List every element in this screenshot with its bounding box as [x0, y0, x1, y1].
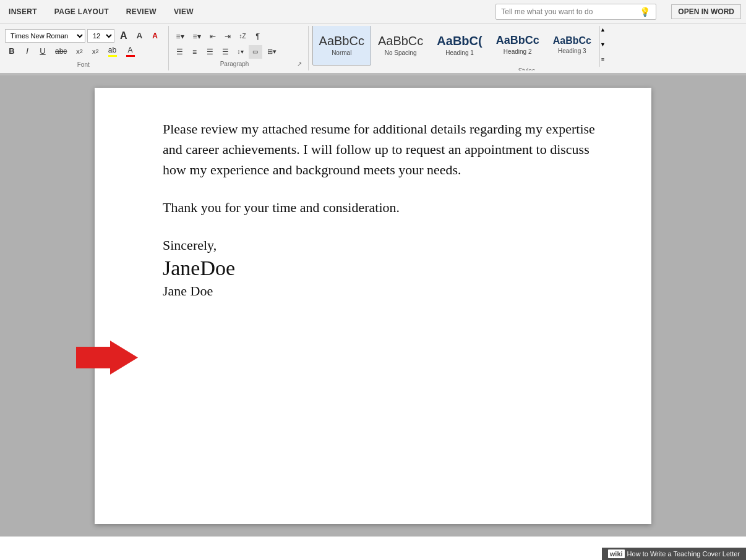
open-in-word-button[interactable]: OPEN IN WORD: [671, 4, 741, 19]
styles-scroll-up[interactable]: ▲: [600, 26, 606, 37]
style-normal-label: Normal: [332, 49, 351, 56]
watermark: wiki How to Write a Teaching Cover Lette…: [602, 548, 746, 560]
wiki-logo: wiki: [608, 549, 625, 558]
signature-cursive: JaneDoe: [163, 257, 596, 279]
style-no-spacing-label: No Spacing: [385, 49, 417, 56]
highlight-button[interactable]: ab: [105, 45, 121, 58]
styles-scroll-controls: ▲ ▼ ≡: [599, 26, 606, 67]
sincerely-text: Sincerely,: [163, 235, 596, 255]
style-no-spacing[interactable]: AaBbCc No Spacing: [371, 26, 430, 66]
paragraph-section: ≡▾ ≡▾ ⇤ ⇥ ↕Z ¶ ☰ ≡ ☰ ☰ ↕▾ ▭ ⊞▾ Par: [173, 26, 309, 70]
highlight-icon: ab: [108, 46, 117, 57]
shading-button[interactable]: ▭: [249, 45, 262, 59]
align-right-button[interactable]: ☰: [203, 45, 217, 59]
superscript-button[interactable]: x2: [88, 45, 103, 58]
align-center-button[interactable]: ≡: [188, 45, 202, 59]
style-normal[interactable]: AaBbCc Normal: [312, 26, 371, 66]
lightbulb-icon: 💡: [640, 7, 650, 17]
font-section: Times New Roman 12 A A A B I U abc x2 x2: [5, 26, 169, 70]
styles-more-button[interactable]: ≡: [600, 52, 606, 67]
style-heading1-label: Heading 1: [445, 49, 474, 56]
document-page[interactable]: Please review my attached resume for add…: [95, 88, 651, 524]
style-heading1[interactable]: AaBbC( Heading 1: [430, 26, 489, 66]
paragraph-resume-text: Please review my attached resume for add…: [163, 121, 595, 177]
menu-page-layout[interactable]: PAGE LAYOUT: [51, 5, 113, 19]
style-normal-preview: AaBbCc: [319, 33, 364, 48]
document-content[interactable]: Please review my attached resume for add…: [163, 119, 596, 301]
paragraph-section-label: Paragraph: [173, 61, 297, 67]
decrease-indent-button[interactable]: ⇤: [206, 30, 220, 43]
shrink-font-button[interactable]: A: [133, 29, 147, 43]
style-heading3-label: Heading 3: [558, 48, 586, 54]
style-heading3[interactable]: AaBbCc Heading 3: [546, 26, 598, 66]
paragraph-thanks-text: Thank you for your time and consideratio…: [163, 200, 400, 215]
justify-button[interactable]: ☰: [218, 45, 233, 59]
watermark-text: How to Write a Teaching Cover Letter: [627, 550, 740, 558]
menu-insert[interactable]: INSERT: [5, 5, 41, 19]
subscript-button[interactable]: x2: [72, 45, 87, 58]
align-left-button[interactable]: ☰: [173, 45, 187, 59]
font-section-label: Font: [5, 61, 162, 68]
styles-section: AaBbCc Normal AaBbCc No Spacing AaBbC( H…: [312, 26, 741, 70]
strikethrough-button[interactable]: abc: [51, 45, 71, 58]
styles-scroll-down[interactable]: ▼: [600, 37, 606, 52]
style-heading2[interactable]: AaBbCc Heading 2: [489, 26, 546, 66]
bullet-list-button[interactable]: ≡▾: [173, 30, 188, 43]
style-heading2-label: Heading 2: [504, 48, 532, 55]
font-size-select[interactable]: 12: [87, 29, 114, 43]
style-heading3-preview: AaBbCc: [553, 35, 591, 46]
menu-bar: INSERT PAGE LAYOUT REVIEW VIEW 💡 OPEN IN…: [0, 0, 746, 23]
font-color-icon: A: [126, 46, 135, 57]
style-heading1-preview: AaBbC(: [437, 33, 482, 48]
document-area: Please review my attached resume for add…: [0, 75, 746, 537]
styles-section-label: Styles: [312, 67, 741, 70]
increase-indent-button[interactable]: ⇥: [221, 30, 234, 43]
paragraph-resume: Please review my attached resume for add…: [163, 119, 596, 180]
red-arrow-icon: [76, 341, 138, 375]
change-case-button[interactable]: A: [148, 29, 162, 43]
italic-button[interactable]: I: [20, 45, 34, 58]
paragraph-dialog-launcher[interactable]: ↗: [297, 61, 302, 67]
line-spacing-button[interactable]: ↕▾: [234, 45, 247, 59]
borders-button[interactable]: ⊞▾: [264, 45, 280, 59]
grow-font-button[interactable]: A: [116, 29, 131, 43]
style-no-spacing-preview: AaBbCc: [378, 33, 423, 48]
menu-view[interactable]: VIEW: [170, 5, 197, 19]
signature-block: Sincerely, JaneDoe Jane Doe: [163, 235, 596, 301]
bold-button[interactable]: B: [5, 45, 19, 58]
search-box[interactable]: 💡: [495, 4, 656, 20]
paragraph-thanks: Thank you for your time and consideratio…: [163, 197, 596, 218]
search-input[interactable]: [501, 7, 637, 16]
font-name-select[interactable]: Times New Roman: [5, 29, 85, 43]
signature-name: Jane Doe: [163, 281, 596, 301]
font-color-button[interactable]: A: [122, 45, 139, 58]
menu-review[interactable]: REVIEW: [122, 5, 160, 19]
underline-button[interactable]: U: [36, 45, 49, 58]
sort-button[interactable]: ↕Z: [236, 30, 250, 43]
svg-marker-0: [76, 341, 138, 375]
style-heading2-preview: AaBbCc: [496, 34, 539, 48]
red-arrow-annotation: [76, 341, 138, 375]
numbered-list-button[interactable]: ≡▾: [189, 30, 205, 43]
show-formatting-button[interactable]: ¶: [251, 30, 265, 43]
